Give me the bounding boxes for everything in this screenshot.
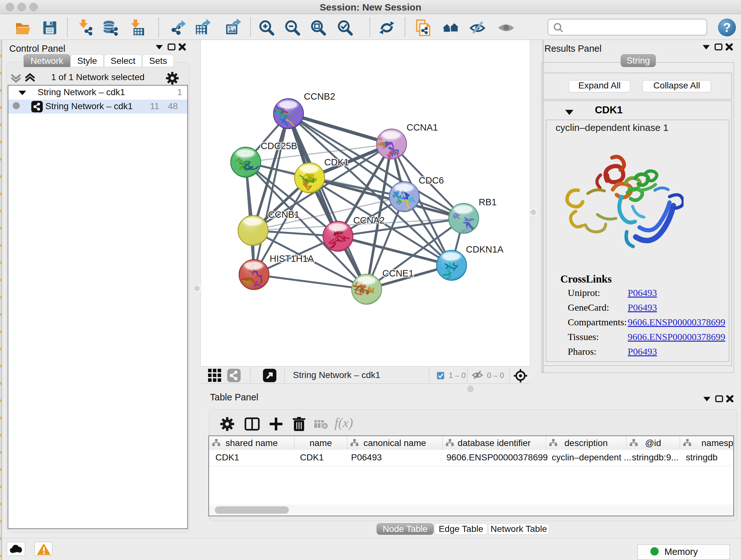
svg-text:CCNB2: CCNB2	[304, 91, 335, 102]
svg-text:CCNA1: CCNA1	[407, 122, 438, 132]
svg-text:RB1: RB1	[479, 197, 496, 207]
svg-text:CDKN1A: CDKN1A	[466, 244, 503, 254]
svg-text:CDC25B: CDC25B	[261, 141, 297, 151]
svg-text:CCNB1: CCNB1	[268, 209, 299, 220]
svg-text:CDK1: CDK1	[324, 157, 349, 167]
svg-text:CDC6: CDC6	[419, 175, 444, 186]
svg-text:HIST1H1A: HIST1H1A	[270, 253, 314, 264]
svg-text:CCNE1: CCNE1	[382, 268, 414, 278]
svg-text:CCNA2: CCNA2	[353, 215, 385, 226]
